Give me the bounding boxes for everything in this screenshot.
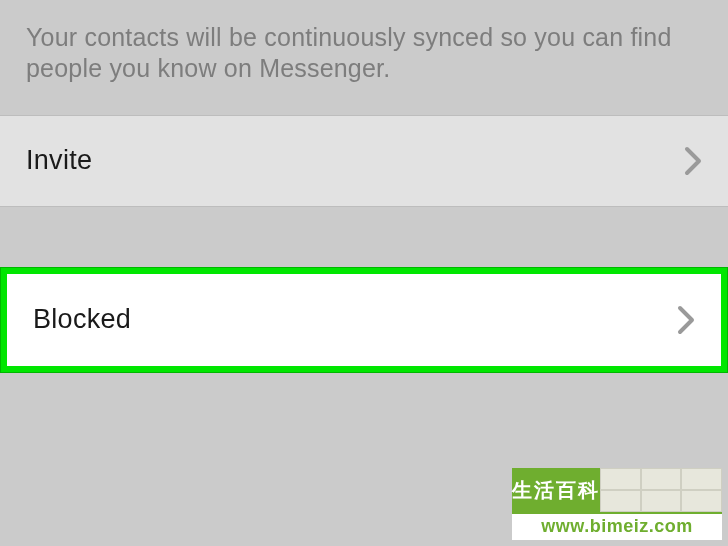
watermark-url: www.bimeiz.com bbox=[512, 512, 722, 540]
chevron-right-icon bbox=[677, 305, 695, 335]
blocked-highlight: Blocked bbox=[0, 267, 728, 373]
invite-row[interactable]: Invite bbox=[0, 115, 728, 207]
chevron-right-icon bbox=[684, 146, 702, 176]
blocked-label: Blocked bbox=[33, 304, 131, 335]
watermark-grid-icon bbox=[600, 468, 722, 512]
invite-label: Invite bbox=[26, 145, 92, 176]
watermark-title: 生活百科 bbox=[512, 468, 600, 512]
watermark: 生活百科 www.bimeiz.com bbox=[512, 468, 722, 540]
blocked-row[interactable]: Blocked bbox=[7, 274, 721, 366]
sync-description: Your contacts will be continuously synce… bbox=[0, 0, 728, 115]
